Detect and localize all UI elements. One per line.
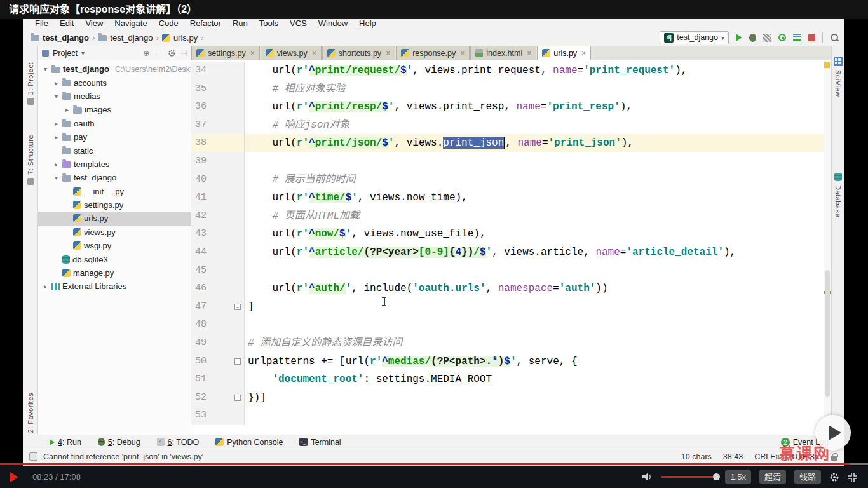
code-editor[interactable]: 34 url(r'^print/request/$', views.print_… bbox=[191, 60, 831, 435]
fold-marker-icon[interactable]: – bbox=[234, 304, 241, 310]
code-line-37[interactable]: 37 # 响应json对象 bbox=[191, 116, 824, 135]
code-line-34[interactable]: 34 url(r'^print/request/$', views.print_… bbox=[191, 62, 824, 80]
chevron-right-icon[interactable]: ▸ bbox=[53, 161, 60, 168]
tab-urls.py[interactable]: urls.py× bbox=[537, 46, 591, 60]
tree-item-settings.py[interactable]: settings.py bbox=[38, 198, 191, 212]
chevron-down-icon[interactable]: ▾ bbox=[42, 65, 49, 72]
code-line-49[interactable]: 49# 添加自定义的静态资源目录访问 bbox=[191, 334, 824, 353]
tree-item-External Libraries[interactable]: ▸External Libraries bbox=[38, 280, 191, 293]
code-line-38[interactable]: 38 url(r'^print/json/$', views.print_jso… bbox=[191, 134, 824, 152]
close-tab-icon[interactable]: × bbox=[581, 49, 586, 58]
menu-code[interactable]: Code bbox=[153, 18, 184, 29]
chevron-right-icon[interactable]: ▸ bbox=[42, 283, 49, 290]
play-overlay-button[interactable] bbox=[815, 415, 851, 451]
tree-item-views.py[interactable]: views.py bbox=[38, 226, 191, 239]
menu-vcs[interactable]: VCS bbox=[284, 18, 313, 29]
close-tab-icon[interactable]: × bbox=[250, 49, 255, 58]
video-play-button[interactable] bbox=[10, 472, 18, 482]
tab-views.py[interactable]: views.py× bbox=[261, 46, 322, 60]
close-tab-icon[interactable]: × bbox=[460, 49, 465, 58]
exit-fullscreen-icon[interactable] bbox=[848, 472, 858, 482]
chevron-down-icon[interactable]: ▾ bbox=[53, 93, 60, 100]
tree-item-wsgi.py[interactable]: wsgi.py bbox=[38, 239, 191, 252]
tree-item-__init__.py[interactable]: __init__.py bbox=[38, 185, 191, 198]
code-line-47[interactable]: 47–] bbox=[191, 298, 824, 316]
close-tab-icon[interactable]: × bbox=[527, 49, 531, 58]
tree-item-accounts[interactable]: ▸accounts bbox=[38, 76, 191, 89]
gear-icon[interactable] bbox=[168, 49, 176, 57]
profiler-button[interactable] bbox=[778, 34, 786, 41]
chevron-right-icon[interactable]: ▸ bbox=[64, 106, 71, 113]
code-line-40[interactable]: 40 # 展示当前的时间 bbox=[191, 171, 824, 189]
breadcrumb-item[interactable]: urls.py bbox=[173, 33, 198, 43]
tab-settings.py[interactable]: settings.py× bbox=[191, 46, 260, 60]
tool-button-python-console[interactable]: Python Console bbox=[215, 438, 283, 447]
editor-scrollbar[interactable] bbox=[824, 60, 831, 435]
menu-window[interactable]: Window bbox=[313, 18, 353, 29]
run-button[interactable] bbox=[736, 34, 742, 41]
tool-button-structure[interactable]: 7: Structure bbox=[23, 135, 38, 185]
code-line-36[interactable]: 36 url(r'^print/resp/$', views.print_res… bbox=[191, 98, 824, 116]
tree-item-oauth[interactable]: ▸oauth bbox=[38, 117, 191, 130]
video-progress-bar[interactable] bbox=[0, 463, 850, 465]
code-line-35[interactable]: 35 # 相应对象实验 bbox=[191, 80, 824, 98]
code-line-52[interactable]: 52–})] bbox=[191, 389, 824, 407]
close-tab-icon[interactable]: × bbox=[386, 49, 390, 58]
menu-navigate[interactable]: Navigate bbox=[109, 18, 153, 29]
collapse-all-icon[interactable]: ÷ bbox=[154, 49, 158, 58]
search-everywhere-icon[interactable] bbox=[830, 33, 839, 42]
tab-response.py[interactable]: response.py× bbox=[396, 46, 470, 60]
tool-button-6-todo[interactable]: 6: TODO bbox=[157, 438, 200, 447]
close-tab-icon[interactable]: × bbox=[312, 49, 316, 58]
coverage-button[interactable] bbox=[763, 34, 771, 42]
quality-button[interactable]: 超清 bbox=[759, 470, 786, 484]
tree-item-medias[interactable]: ▾medias bbox=[38, 90, 191, 103]
tool-button-5-debug[interactable]: 5: Debug bbox=[98, 438, 140, 447]
player-settings-gear-icon[interactable] bbox=[829, 472, 839, 482]
menu-file[interactable]: File bbox=[29, 18, 54, 29]
volume-knob[interactable] bbox=[713, 473, 720, 480]
tool-button-project[interactable]: 1: Project bbox=[23, 62, 38, 105]
code-line-42[interactable]: 42 # 页面从HTML加载 bbox=[191, 207, 824, 226]
code-line-44[interactable]: 44 url(r'^article/(?P<year>[0-9]{4})/$',… bbox=[191, 243, 824, 262]
tree-item-images[interactable]: ▸images bbox=[38, 103, 191, 116]
menu-view[interactable]: View bbox=[79, 18, 109, 29]
code-line-50[interactable]: 50–urlpatterns += [url(r'^medias/(?P<pat… bbox=[191, 353, 824, 371]
tool-button-4-run[interactable]: 4: Run bbox=[50, 438, 81, 447]
menu-help[interactable]: Help bbox=[353, 18, 382, 29]
tree-item-static[interactable]: static bbox=[38, 144, 191, 157]
code-line-45[interactable]: 45 bbox=[191, 262, 824, 280]
toolwindow-toggle-icon[interactable] bbox=[29, 452, 37, 461]
code-line-53[interactable]: 53 bbox=[191, 407, 824, 425]
chevron-down-icon[interactable]: ▾ bbox=[81, 50, 85, 57]
tree-item-manage.py[interactable]: manage.py bbox=[38, 266, 191, 280]
volume-icon[interactable] bbox=[642, 472, 653, 482]
chevron-right-icon[interactable]: ▸ bbox=[53, 120, 60, 127]
code-line-46[interactable]: 46 url(r'^auth/', include('oauth.urls', … bbox=[191, 280, 824, 298]
tree-item-test_django[interactable]: ▾test_djangoC:\Users\helm2\Deskt bbox=[38, 62, 191, 76]
volume-slider[interactable] bbox=[661, 476, 717, 478]
tool-button-terminal[interactable]: ›_Terminal bbox=[299, 438, 341, 447]
tab-shortcuts.py[interactable]: shortcuts.py× bbox=[322, 46, 395, 60]
tree-item-pay[interactable]: ▸pay bbox=[38, 130, 191, 144]
run-with-button[interactable] bbox=[793, 34, 801, 41]
hide-panel-icon[interactable]: ⊣ bbox=[180, 49, 187, 58]
chevron-down-icon[interactable]: ▾ bbox=[53, 174, 60, 181]
menu-edit[interactable]: Edit bbox=[54, 18, 79, 29]
stop-button[interactable] bbox=[808, 34, 815, 41]
chevron-right-icon[interactable]: ▸ bbox=[53, 133, 60, 140]
code-line-48[interactable]: 48 bbox=[191, 316, 824, 334]
caret-position[interactable]: 38:43 bbox=[723, 452, 743, 461]
locate-icon[interactable]: ⊕ bbox=[143, 49, 149, 58]
playback-speed-button[interactable]: 1.5x bbox=[725, 470, 751, 484]
menu-tools[interactable]: Tools bbox=[254, 18, 284, 29]
tree-item-test_django[interactable]: ▾test_django bbox=[38, 171, 191, 184]
menu-run[interactable]: Run bbox=[227, 18, 254, 29]
tool-button-sciview[interactable]: SciView bbox=[832, 57, 844, 97]
lock-icon[interactable] bbox=[831, 456, 837, 461]
fold-marker-icon[interactable]: – bbox=[234, 395, 241, 401]
tree-item-urls.py[interactable]: urls.py bbox=[38, 212, 191, 225]
code-line-41[interactable]: 41 url(r'^time/$', views.now_time), bbox=[191, 189, 824, 207]
menu-refactor[interactable]: Refactor bbox=[184, 18, 227, 29]
tree-item-templates[interactable]: ▸templates bbox=[38, 158, 191, 171]
